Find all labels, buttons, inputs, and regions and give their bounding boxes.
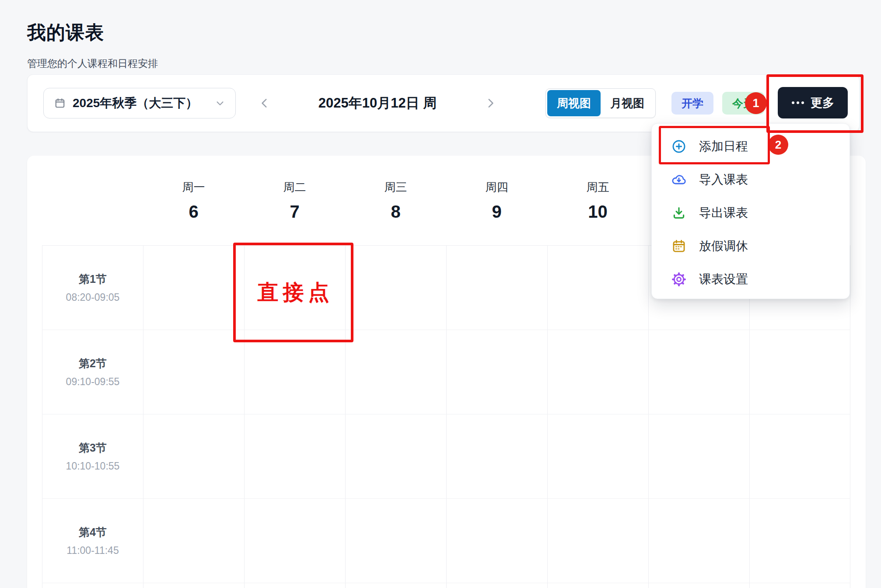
calendar-cell[interactable] bbox=[547, 499, 648, 583]
day-header-tue: 周二7 bbox=[244, 156, 345, 245]
calendar-icon bbox=[54, 97, 66, 109]
menu-item-add-event[interactable]: 添加日程 bbox=[652, 130, 850, 163]
calendar-cell[interactable] bbox=[446, 246, 547, 330]
view-toggle: 周视图 月视图 bbox=[545, 88, 656, 118]
more-label: 更多 bbox=[811, 95, 834, 111]
calendar-cell[interactable] bbox=[143, 583, 244, 588]
chevron-right-icon bbox=[485, 97, 496, 109]
calendar-cell[interactable] bbox=[547, 583, 648, 588]
calendar-cell[interactable] bbox=[244, 414, 345, 499]
period-label-3: 第3节10:10-10:55 bbox=[42, 414, 143, 499]
calendar-cell[interactable] bbox=[345, 499, 446, 583]
calendar-cell[interactable] bbox=[143, 246, 244, 330]
calendar-cell-tue-p1[interactable] bbox=[244, 246, 345, 330]
calendar-cell[interactable] bbox=[547, 246, 648, 330]
period-label-1: 第1节08:20-09:05 bbox=[42, 246, 143, 330]
menu-item-holiday-adjust[interactable]: 放假调休 bbox=[652, 230, 850, 263]
menu-item-label: 导出课表 bbox=[699, 205, 748, 221]
calendar-cell[interactable] bbox=[244, 330, 345, 414]
semester-label: 2025年秋季（大三下） bbox=[73, 95, 198, 111]
calendar-cell[interactable] bbox=[345, 246, 446, 330]
calendar-cell[interactable] bbox=[648, 499, 749, 583]
calendar-cell[interactable] bbox=[749, 583, 850, 588]
calendar-cell[interactable] bbox=[345, 583, 446, 588]
prev-week-button[interactable] bbox=[255, 90, 274, 116]
menu-item-label: 导入课表 bbox=[699, 171, 748, 188]
calendar-cell[interactable] bbox=[749, 330, 850, 414]
tab-month-view[interactable]: 月视图 bbox=[601, 90, 654, 116]
calendar-cell[interactable] bbox=[143, 499, 244, 583]
period-label-4: 第4节11:00-11:45 bbox=[42, 499, 143, 583]
circle-plus-icon bbox=[671, 139, 687, 154]
ellipsis-icon bbox=[791, 101, 804, 105]
annotation-step-badge-1: 1 bbox=[745, 92, 767, 114]
calendar-cell[interactable] bbox=[143, 414, 244, 499]
calendar-cell[interactable] bbox=[345, 414, 446, 499]
calendar-days-icon bbox=[671, 238, 687, 254]
chevron-left-icon bbox=[259, 97, 270, 109]
calendar-cell[interactable] bbox=[446, 330, 547, 414]
calendar-cell[interactable] bbox=[244, 499, 345, 583]
calendar-cell[interactable] bbox=[749, 499, 850, 583]
calendar-cell[interactable] bbox=[648, 330, 749, 414]
page-subtitle: 管理您的个人课程和日程安排 bbox=[27, 57, 158, 70]
calendar-cell[interactable] bbox=[547, 330, 648, 414]
day-header-fri: 周五10 bbox=[547, 156, 648, 245]
menu-item-schedule-settings[interactable]: 课表设置 bbox=[652, 263, 850, 296]
annotation-step-badge-2: 2 bbox=[768, 135, 788, 155]
calendar-cell[interactable] bbox=[446, 499, 547, 583]
tab-week-view[interactable]: 周视图 bbox=[547, 90, 601, 116]
download-icon bbox=[671, 205, 687, 221]
period-label-5 bbox=[42, 583, 143, 588]
period-label-2: 第2节09:10-09:55 bbox=[42, 330, 143, 414]
next-week-button[interactable] bbox=[481, 90, 500, 116]
more-dropdown-menu: 添加日程 导入课表 导出课表 bbox=[651, 123, 850, 299]
calendar-cell[interactable] bbox=[648, 583, 749, 588]
menu-item-label: 放假调休 bbox=[699, 238, 748, 254]
chevron-down-icon bbox=[215, 98, 225, 108]
day-header-mon: 周一6 bbox=[143, 156, 244, 245]
calendar-cell[interactable] bbox=[446, 583, 547, 588]
menu-item-label: 课表设置 bbox=[699, 271, 748, 288]
calendar-cell[interactable] bbox=[446, 414, 547, 499]
calendar-cell[interactable] bbox=[648, 414, 749, 499]
calendar-cell[interactable] bbox=[547, 414, 648, 499]
calendar-cell[interactable] bbox=[345, 330, 446, 414]
date-title: 2025年10月12日 周 bbox=[290, 75, 465, 132]
semester-select[interactable]: 2025年秋季（大三下） bbox=[43, 88, 236, 118]
gear-icon bbox=[671, 271, 687, 287]
day-header-wed: 周三8 bbox=[345, 156, 446, 245]
more-button[interactable]: 更多 bbox=[778, 87, 848, 118]
menu-item-import-schedule[interactable]: 导入课表 bbox=[652, 163, 850, 196]
cloud-download-icon bbox=[671, 172, 687, 188]
calendar-cell[interactable] bbox=[244, 583, 345, 588]
menu-item-label: 添加日程 bbox=[699, 138, 748, 155]
calendar-cell[interactable] bbox=[143, 330, 244, 414]
page-title: 我的课表 bbox=[27, 20, 104, 45]
calendar-cell[interactable] bbox=[749, 414, 850, 499]
menu-item-export-schedule[interactable]: 导出课表 bbox=[652, 196, 850, 230]
term-start-button[interactable]: 开学 bbox=[671, 92, 713, 115]
day-header-thu: 周四9 bbox=[446, 156, 547, 245]
